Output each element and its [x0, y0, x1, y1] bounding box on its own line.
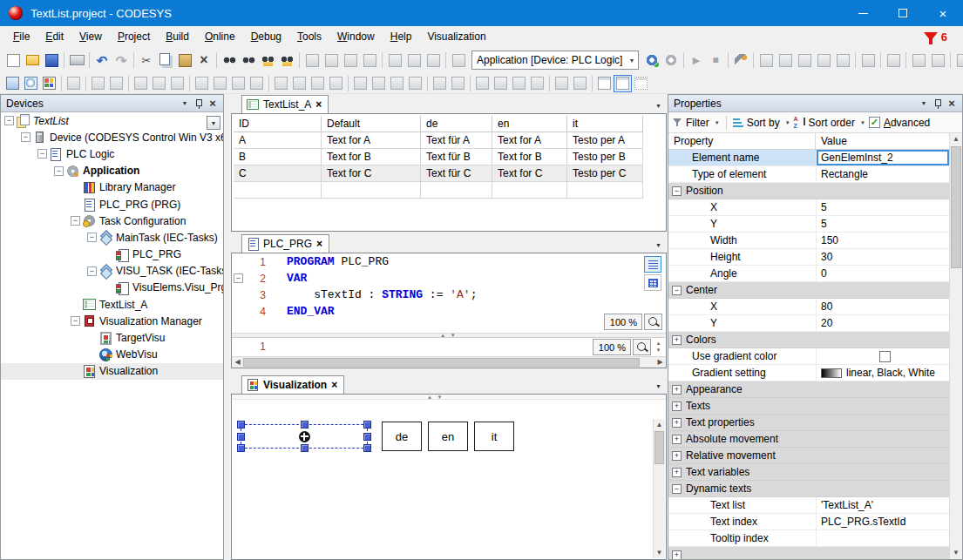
menu-item-help[interactable]: Help — [383, 26, 420, 47]
vertical-scrollbar[interactable]: ▲ ▼ — [653, 419, 665, 558]
panel-close-icon[interactable]: × — [206, 98, 220, 110]
pin-icon[interactable] — [192, 98, 206, 110]
property-row-height[interactable]: Height30 — [668, 249, 949, 266]
bookmarks-clear-icon[interactable] — [360, 51, 379, 70]
distribute-v1-icon[interactable] — [309, 75, 327, 92]
scroll-up-icon[interactable]: ▲ — [654, 419, 665, 430]
print-icon[interactable] — [67, 51, 86, 70]
table-cell[interactable]: Text for A — [492, 132, 567, 149]
precompile-message-indicator[interactable]: 6 — [924, 30, 947, 44]
tree-item-textlist-a[interactable]: TextList_A — [1, 296, 223, 313]
visu-button-it[interactable]: it — [474, 422, 514, 451]
panel-menu-icon[interactable]: ▼ — [917, 98, 931, 110]
resize-handle-sw[interactable] — [237, 444, 245, 452]
zoom-level[interactable]: 100 % — [604, 314, 642, 330]
property-group-appearance[interactable]: +Appearance — [668, 381, 949, 398]
resize-handle-se[interactable] — [363, 444, 371, 452]
distribute-h1-icon[interactable] — [272, 75, 290, 92]
resize-handle-e[interactable] — [363, 433, 371, 441]
zoom-level[interactable]: 100 % — [593, 339, 631, 355]
ungroup-elements-icon[interactable] — [571, 75, 589, 92]
save-icon[interactable] — [42, 51, 61, 70]
scroll-down-icon[interactable]: ▼ — [950, 547, 962, 559]
open-project-icon[interactable] — [23, 51, 42, 70]
property-row-text-index[interactable]: Text indexPLC_PRG.sTextId — [668, 514, 949, 530]
login-icon[interactable] — [642, 51, 661, 70]
expander-icon[interactable]: − — [87, 267, 97, 276]
visu-button-de[interactable]: de — [382, 422, 422, 451]
scroll-spinner[interactable]: ▲▼ — [653, 341, 664, 354]
implementation-editor[interactable]: 1 100 % ▲▼ — [232, 337, 666, 358]
property-row-y[interactable]: Y20 — [668, 315, 949, 332]
start-icon[interactable] — [687, 51, 706, 70]
insert-table-icon[interactable] — [404, 51, 424, 70]
tree-item-visu-task-iec-tasks-[interactable]: −VISU_TASK (IEC-Tasks) — [1, 263, 223, 280]
tree-item-visualization[interactable]: Visualization — [1, 363, 223, 380]
tree-item-task-configuration[interactable]: −Task Configuration — [1, 213, 223, 229]
property-row-gradient-setting[interactable]: Gradient settinglinear, Black, White — [668, 365, 949, 381]
bookmark-toggle-icon[interactable] — [302, 51, 322, 70]
size-to-grid-icon[interactable] — [406, 75, 424, 92]
layer-up-icon[interactable] — [431, 75, 449, 92]
code-line[interactable]: 3 sTextId : STRING := 'A'; — [232, 287, 666, 303]
resize-handle-n[interactable] — [301, 421, 309, 428]
visu-splitter[interactable]: ▲ ▼ — [232, 395, 666, 400]
tab-plc-prg[interactable]: PLC_PRG × — [241, 234, 329, 253]
property-value-cell[interactable]: Rectangle — [816, 166, 949, 182]
visu-elems-icon[interactable] — [40, 75, 58, 92]
menu-item-debug[interactable]: Debug — [243, 26, 289, 47]
align-left-icon[interactable] — [132, 75, 150, 92]
tree-item-maintask-iec-tasks-[interactable]: −MainTask (IEC-Tasks) — [1, 229, 223, 246]
table-cell[interactable]: B — [234, 149, 322, 165]
table-row[interactable]: CText for CText für CText for CTesto per… — [234, 165, 643, 182]
move-handle-icon[interactable] — [299, 431, 310, 442]
tree-item-plc-prg[interactable]: PLC_PRG — [1, 246, 223, 263]
advanced-checkbox[interactable]: ✓ — [869, 117, 880, 128]
breakpoint-list-icon[interactable] — [928, 51, 947, 70]
property-group-absolute-movement[interactable]: +Absolute movement — [668, 431, 949, 448]
expand-icon[interactable]: + — [672, 468, 682, 477]
collapse-icon[interactable]: − — [672, 186, 682, 196]
menu-item-build[interactable]: Build — [158, 26, 197, 47]
replace-icon[interactable] — [239, 51, 258, 70]
panel-close-icon[interactable]: × — [945, 98, 959, 110]
undo-icon[interactable] — [92, 51, 112, 70]
resize-handle-nw[interactable] — [237, 421, 245, 428]
tree-item-library-manager[interactable]: Library Manager — [1, 179, 223, 196]
table-cell[interactable] — [234, 182, 322, 199]
bring-to-front-icon[interactable] — [473, 75, 492, 92]
property-row-tooltip-index[interactable]: Tooltip index — [668, 530, 949, 547]
scroll-down-icon[interactable]: ▼ — [654, 547, 665, 558]
send-backward-icon[interactable] — [510, 75, 528, 92]
property-value-cell[interactable]: 'TextList_A' — [816, 497, 949, 513]
property-column-header[interactable]: Property — [668, 133, 816, 149]
property-value-cell[interactable] — [816, 530, 949, 546]
find-in-project-icon[interactable] — [258, 51, 277, 70]
align-top-icon[interactable] — [193, 75, 211, 92]
property-value-cell[interactable]: 5 — [816, 199, 949, 215]
expander-icon[interactable]: − — [37, 149, 47, 159]
layer-down-icon[interactable] — [449, 75, 467, 92]
property-row-type-of-element[interactable]: Type of elementRectangle — [668, 166, 949, 183]
bookmark-previous-icon[interactable] — [322, 51, 341, 70]
chevron-down-icon[interactable]: ▼ — [785, 120, 790, 125]
maximize-button[interactable] — [883, 0, 923, 26]
property-row-width[interactable]: Width150 — [668, 233, 949, 249]
property-row-text-list[interactable]: Text list'TextList_A' — [668, 497, 949, 514]
close-button[interactable]: × — [923, 0, 963, 26]
chevron-down-icon[interactable]: ▼ — [860, 120, 865, 125]
tree-item-targetvisu[interactable]: TargetVisu — [1, 329, 223, 346]
keyboard-icon[interactable] — [64, 75, 83, 92]
same-size-icon[interactable] — [388, 75, 406, 92]
tree-item-application[interactable]: −Application — [1, 163, 223, 179]
same-width-icon[interactable] — [351, 75, 370, 92]
distribute-h2-icon[interactable] — [290, 75, 309, 92]
resize-handle-w[interactable] — [237, 433, 245, 441]
step-out-icon[interactable] — [795, 51, 814, 70]
property-row-y[interactable]: Y5 — [668, 216, 949, 233]
scroll-up-icon[interactable]: ▲ — [950, 133, 962, 145]
toggle-breakpoint-icon[interactable] — [884, 51, 903, 70]
chevron-down-icon[interactable]: ▼ — [715, 120, 720, 125]
menu-item-window[interactable]: Window — [329, 26, 383, 47]
table-row[interactable]: AText for AText für AText for ATesto per… — [234, 132, 643, 149]
